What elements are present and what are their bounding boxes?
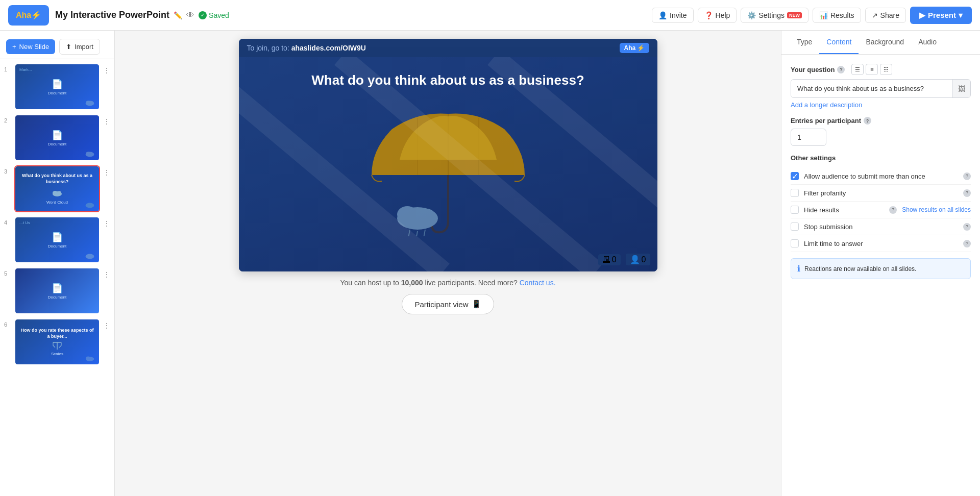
- slide-icon-area: 📄 Document: [48, 283, 66, 300]
- saved-text: Saved: [209, 11, 229, 19]
- slide-thumbnail[interactable]: ...t Us 📄 Document: [14, 216, 100, 263]
- filter-profanity-label: Filter profanity: [804, 189, 958, 197]
- slide-more-icon[interactable]: ⋮: [103, 267, 110, 279]
- slide-thumbnail-active[interactable]: What do you think about us as a business…: [14, 165, 100, 212]
- edit-title-icon[interactable]: ✏️: [174, 11, 182, 19]
- slide-item[interactable]: 2 📄 Document ⋮: [4, 114, 110, 161]
- slide-number: 1: [4, 63, 11, 72]
- results-label: Results: [830, 11, 854, 19]
- svg-point-4: [86, 152, 90, 156]
- aha-logo: Aha ⚡: [620, 43, 649, 53]
- entries-input[interactable]: [791, 129, 826, 146]
- slide-question: What do you think about us as a business…: [311, 72, 584, 88]
- participant-view-button[interactable]: Participant view 📱: [402, 294, 494, 314]
- slide-thumbnail[interactable]: How do you rate these aspects of a buyer…: [14, 318, 100, 365]
- slide-thumbnail[interactable]: 📄 Document: [14, 267, 100, 314]
- slide-number: 3: [4, 165, 11, 175]
- tabs-row: Type Content Background Audio: [781, 31, 980, 55]
- tab-content[interactable]: Content: [819, 31, 859, 54]
- slide-more-icon[interactable]: ⋮: [103, 63, 110, 75]
- slide-item[interactable]: 6 How do you rate these aspects of a buy…: [4, 318, 110, 365]
- invite-button[interactable]: 👤 Invite: [652, 8, 693, 23]
- cloud-decoration: [85, 354, 95, 361]
- slide-item[interactable]: 4 ...t Us 📄 Document ⋮: [4, 216, 110, 263]
- settings-gear-icon: ⚙️: [747, 11, 756, 19]
- slide-more-icon[interactable]: ⋮: [103, 318, 110, 330]
- slide-type-label: Document: [48, 295, 66, 300]
- filter-profanity-help-icon[interactable]: ?: [963, 189, 971, 197]
- svg-point-7: [57, 191, 61, 195]
- present-label: Present: [928, 11, 956, 19]
- join-text: To join, go to: ahaslides.com/OIW9U: [247, 44, 366, 52]
- slide-icon-area: 📄 Document: [48, 79, 66, 95]
- reactions-info: ℹ Reactions are now available on all sli…: [791, 258, 971, 279]
- right-panel: Type Content Background Audio Your quest…: [781, 31, 980, 496]
- limit-time-checkbox[interactable]: [791, 239, 799, 247]
- align-buttons: ☰ ≡ ☷: [851, 64, 892, 75]
- slide-item[interactable]: 5 📄 Document ⋮: [4, 267, 110, 314]
- slide-thumbnail[interactable]: Mark... 📄 Document: [14, 63, 100, 110]
- present-button[interactable]: ▶ Present ▾: [910, 7, 972, 24]
- svg-point-6: [53, 191, 58, 195]
- show-results-link[interactable]: Show results on all slides: [902, 206, 971, 213]
- hide-results-help-icon[interactable]: ?: [889, 206, 897, 214]
- align-right-button[interactable]: ☷: [880, 64, 892, 75]
- invite-label: Invite: [670, 11, 687, 19]
- stop-submission-label: Stop submission: [804, 223, 958, 231]
- participant-counts: 🗳 0 👤 0: [598, 254, 650, 265]
- results-button[interactable]: 📊 Results: [813, 8, 861, 23]
- umbrella-illustration: [366, 104, 530, 236]
- slide-icon-area: 📄 Document: [48, 232, 66, 249]
- align-left-button[interactable]: ☰: [851, 64, 864, 75]
- settings-button[interactable]: ⚙️ Settings NEW: [741, 8, 808, 23]
- import-button[interactable]: ⬆ Import: [59, 39, 100, 55]
- invite-icon: 👤: [658, 11, 667, 19]
- tab-audio[interactable]: Audio: [911, 31, 944, 54]
- svg-line-21: [408, 230, 410, 236]
- stop-submission-help-icon[interactable]: ?: [963, 223, 971, 231]
- vote-number: 0: [612, 255, 617, 264]
- share-button[interactable]: ↗ Share: [865, 8, 906, 23]
- stop-submission-checkbox[interactable]: [791, 222, 799, 231]
- allow-multiple-help-icon[interactable]: ?: [963, 172, 971, 180]
- image-upload-button[interactable]: 🖼: [952, 80, 970, 97]
- document-icon: 📄: [52, 130, 63, 141]
- tab-type[interactable]: Type: [790, 31, 819, 54]
- slide-more-icon[interactable]: ⋮: [103, 114, 110, 126]
- slide-more-icon[interactable]: ⋮: [103, 216, 110, 228]
- question-input[interactable]: [791, 80, 952, 97]
- slide-more-icon[interactable]: ⋮: [103, 165, 110, 177]
- slide-type-label: Document: [48, 91, 66, 95]
- audience-count: 👤 0: [626, 254, 650, 265]
- slide-item[interactable]: 1 Mark... 📄 Document ⋮: [4, 63, 110, 110]
- align-center-button[interactable]: ≡: [866, 64, 878, 75]
- slide-item-active[interactable]: 3 What do you think about us as a busine…: [4, 165, 110, 212]
- svg-line-23: [424, 230, 425, 236]
- svg-point-2: [90, 101, 93, 104]
- panel-content: Your question ? ☰ ≡ ☷ 🖼 Add a longer des…: [781, 55, 980, 496]
- question-field-label: Your question ? ☰ ≡ ☷: [791, 64, 971, 75]
- entries-help-icon[interactable]: ?: [864, 117, 871, 125]
- svg-point-1: [86, 101, 90, 105]
- info-bar: You can host up to 10,000 live participa…: [340, 279, 555, 287]
- hide-results-checkbox[interactable]: [791, 206, 799, 214]
- allow-multiple-checkbox[interactable]: ✓: [791, 172, 799, 180]
- present-chevron-icon: ▾: [959, 11, 963, 20]
- slide-label: Mark...: [19, 67, 32, 72]
- new-slide-button[interactable]: + New Slide: [6, 39, 55, 54]
- add-description-link[interactable]: Add a longer description: [791, 101, 971, 109]
- question-help-icon[interactable]: ?: [837, 66, 845, 73]
- slide-thumbnail[interactable]: 📄 Document: [14, 114, 100, 161]
- limit-time-help-icon[interactable]: ?: [963, 240, 971, 247]
- saved-checkmark: ✓: [199, 11, 207, 19]
- help-button[interactable]: ❓ Help: [698, 8, 737, 23]
- contact-link[interactable]: Contact us.: [520, 279, 556, 287]
- slide-preview: To join, go to: ahaslides.com/OIW9U Aha …: [239, 39, 657, 271]
- cloud-decoration: [85, 251, 95, 259]
- slide-type-label: Word Cloud: [46, 200, 68, 205]
- filter-profanity-checkbox[interactable]: [791, 189, 799, 197]
- slide-number: 4: [4, 216, 11, 226]
- slide-icon-area: Word Cloud: [46, 187, 68, 205]
- tab-background[interactable]: Background: [859, 31, 911, 54]
- preview-icon[interactable]: 👁: [186, 11, 194, 20]
